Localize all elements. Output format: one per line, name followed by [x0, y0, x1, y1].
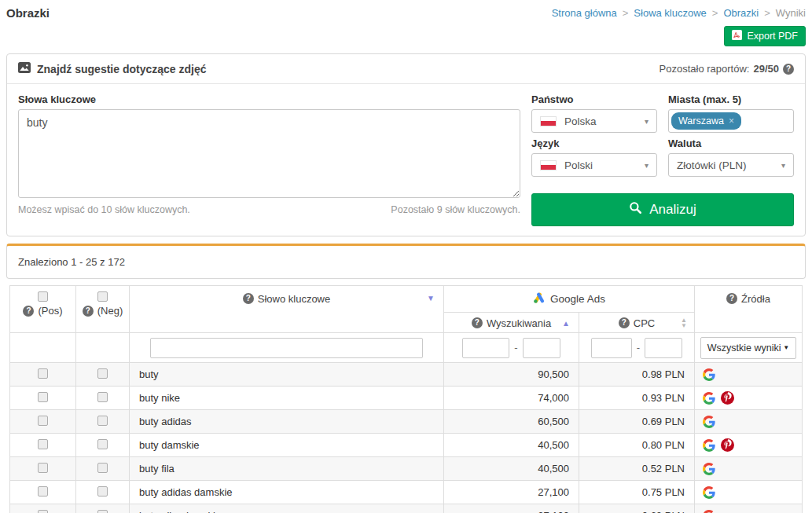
poland-flag-icon: [540, 116, 557, 126]
column-group-google-ads: Google Ads: [444, 286, 695, 313]
help-icon[interactable]: [726, 293, 737, 304]
keyword-cell: buty adidas: [130, 410, 444, 434]
help-icon[interactable]: [619, 317, 630, 328]
neg-checkbox[interactable]: [97, 439, 108, 449]
keywords-hint-remaining: Pozostało 9 słów kluczowych.: [391, 204, 520, 215]
language-select[interactable]: Polski: [531, 153, 657, 177]
image-icon: [18, 62, 31, 75]
help-icon[interactable]: [472, 317, 483, 328]
select-all-neg-checkbox[interactable]: [97, 291, 108, 302]
filter-cell-keyword: [130, 333, 444, 363]
neg-checkbox[interactable]: [97, 486, 108, 497]
results-table: (Pos) (Neg) Słowo kluczowe: [9, 285, 803, 513]
pos-checkbox[interactable]: [38, 510, 48, 513]
keyword-filter-input[interactable]: [150, 338, 423, 358]
google-icon[interactable]: [703, 439, 715, 452]
city-tag[interactable]: Warszawa ×: [671, 112, 741, 130]
sort-up-icon[interactable]: [562, 318, 570, 327]
neg-checkbox[interactable]: [97, 510, 108, 513]
table-row: buty fila40,5000.52 PLN: [10, 457, 803, 481]
neg-cell: [76, 434, 130, 457]
cpc-header-label: CPC: [634, 317, 655, 329]
cities-label: Miasta (max. 5): [668, 93, 794, 105]
sources-header-label: Źródła: [741, 293, 770, 305]
pos-checkbox[interactable]: [38, 392, 48, 402]
pos-checkbox[interactable]: [38, 439, 48, 449]
country-label: Państwo: [531, 93, 657, 105]
keyword-cell: buty damskie: [130, 434, 444, 457]
column-header-cpc[interactable]: CPC: [579, 313, 695, 333]
neg-cell: [76, 457, 130, 481]
column-header-searches[interactable]: Wyszukiwania: [444, 313, 579, 333]
help-icon[interactable]: [783, 64, 794, 75]
sources-cell: [695, 387, 803, 410]
help-icon[interactable]: [243, 293, 254, 304]
neg-cell: [76, 387, 130, 410]
searches-max-input[interactable]: [523, 338, 560, 358]
sources-cell: [695, 434, 803, 457]
neg-checkbox[interactable]: [97, 392, 108, 402]
neg-checkbox[interactable]: [97, 368, 108, 379]
pos-header-label: (Pos): [38, 305, 62, 317]
remove-city-icon[interactable]: ×: [729, 115, 734, 126]
country-select[interactable]: Polska: [531, 109, 657, 133]
analyze-button-label: Analizuj: [649, 202, 696, 218]
export-pdf-button[interactable]: Export PDF: [724, 26, 806, 46]
cpc-cell: 0.80 PLN: [579, 434, 695, 457]
sources-cell: [695, 457, 803, 481]
reports-remaining-value: 29/50: [753, 63, 779, 75]
google-icon[interactable]: [703, 510, 715, 513]
panel-title: Znajdź sugestie dotyczące zdjęć: [18, 62, 207, 75]
pos-checkbox[interactable]: [38, 486, 48, 497]
currency-select[interactable]: Złotówki (PLN): [668, 153, 794, 177]
cpc-max-input[interactable]: [645, 338, 682, 358]
cities-input[interactable]: Warszawa ×: [668, 109, 794, 133]
help-icon[interactable]: [83, 306, 94, 317]
filter-cell-neg: [76, 333, 130, 363]
help-icon[interactable]: [23, 306, 34, 317]
table-row: buty nike damskie27,1000.63 PLN: [10, 504, 803, 513]
keywords-textarea[interactable]: buty: [18, 109, 520, 198]
neg-cell: [76, 504, 130, 513]
column-header-keyword[interactable]: Słowo kluczowe: [130, 286, 444, 333]
reports-remaining-label: Pozostało raportów:: [660, 63, 750, 75]
breadcrumb-link-keywords[interactable]: Słowa kluczowe: [634, 7, 707, 19]
neg-cell: [76, 363, 130, 387]
filter-cell-searches: -: [444, 333, 579, 363]
google-icon[interactable]: [703, 368, 715, 381]
google-icon[interactable]: [703, 392, 715, 405]
google-icon[interactable]: [703, 463, 715, 475]
column-header-neg: (Neg): [76, 286, 130, 333]
pos-checkbox[interactable]: [38, 416, 48, 426]
panel-title-label: Znajdź sugestie dotyczące zdjęć: [37, 63, 207, 75]
pos-cell: [10, 363, 76, 387]
pinterest-icon[interactable]: [721, 438, 734, 452]
sort-both-icon[interactable]: [681, 317, 687, 328]
searches-header-label: Wyszukiwania: [487, 317, 551, 329]
pos-checkbox[interactable]: [38, 368, 48, 379]
neg-checkbox[interactable]: [97, 463, 108, 473]
google-ads-icon: [533, 291, 546, 306]
select-arrow-icon: [783, 344, 789, 351]
cpc-min-input[interactable]: [591, 338, 632, 358]
neg-checkbox[interactable]: [97, 416, 108, 426]
pinterest-icon[interactable]: [721, 391, 734, 405]
sources-filter-value: Wszystkie wyniki: [707, 343, 781, 354]
sources-filter-select[interactable]: Wszystkie wyniki: [700, 337, 796, 359]
keyword-cell: buty nike: [130, 387, 444, 410]
page-title: Obrazki: [6, 6, 50, 20]
cpc-cell: 0.98 PLN: [579, 363, 695, 387]
searches-cell: 74,000: [444, 387, 579, 410]
analyze-button[interactable]: Analizuj: [531, 193, 794, 226]
breadcrumb-link-home[interactable]: Strona główna: [552, 7, 617, 19]
google-icon[interactable]: [703, 416, 715, 428]
table-row: buty adidas60,5000.69 PLN: [10, 410, 803, 434]
table-row: buty nike74,0000.93 PLN: [10, 387, 803, 410]
sort-down-icon[interactable]: [427, 294, 435, 302]
table-row: buty damskie40,5000.80 PLN: [10, 434, 803, 457]
pos-checkbox[interactable]: [38, 463, 48, 473]
breadcrumb-link-images[interactable]: Obrazki: [723, 7, 759, 19]
select-all-pos-checkbox[interactable]: [38, 291, 48, 302]
google-icon[interactable]: [703, 486, 715, 499]
searches-min-input[interactable]: [462, 338, 509, 358]
